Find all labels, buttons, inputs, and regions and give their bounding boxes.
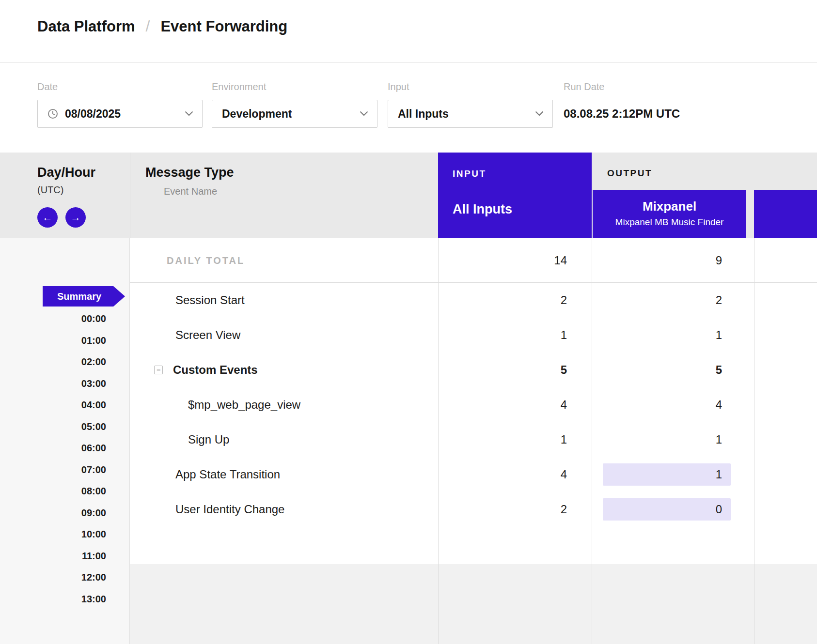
date-dropdown[interactable]: 08/08/2025 (37, 100, 203, 128)
chevron-down-icon (185, 109, 193, 118)
date-filter-label: Date (37, 81, 203, 92)
input-value: 1 (438, 318, 592, 353)
table-row-child: $mp_web_page_view 4 4 (130, 387, 817, 422)
output-value: 4 (592, 387, 747, 422)
chevron-down-icon (535, 109, 544, 118)
output-column-subtitle: Mixpanel MB Music Finder (593, 217, 746, 228)
column-divider (747, 238, 747, 644)
run-date-group: Run Date 08.08.25 2:12PM UTC (564, 81, 680, 121)
input-dropdown-value: All Inputs (398, 107, 535, 121)
hour-item[interactable]: 06:00 (0, 437, 129, 459)
hour-item[interactable]: 08:00 (0, 480, 129, 502)
hour-item[interactable]: 12:00 (0, 567, 129, 588)
hours-list: 00:00 01:00 02:00 03:00 04:00 05:00 06:0… (0, 308, 129, 610)
hour-item[interactable]: 07:00 (0, 459, 129, 481)
row-label-text: Custom Events (173, 353, 258, 387)
collapse-icon[interactable]: − (154, 366, 163, 374)
clock-icon (47, 108, 58, 119)
input-value: 2 (438, 283, 592, 318)
previous-day-button[interactable]: ← (37, 207, 58, 228)
output-value-highlighted[interactable]: 1 (603, 463, 731, 486)
hour-item[interactable]: 02:00 (0, 351, 129, 373)
output-value: 2 (592, 283, 747, 318)
column-divider (130, 153, 130, 238)
top-bar: Data Platform / Event Forwarding (0, 0, 817, 63)
input-column-header: INPUT All Inputs (438, 153, 592, 238)
hour-item[interactable]: 05:00 (0, 416, 129, 438)
day-hour-subtitle: (UTC) (37, 184, 63, 196)
daily-total-row: DAILY TOTAL 14 9 (130, 238, 817, 283)
table-rows-area: DAILY TOTAL 14 9 Session Start 2 2 Scree… (130, 238, 817, 564)
daily-total-label: DAILY TOTAL (167, 238, 245, 283)
breadcrumb-separator: / (146, 17, 150, 35)
filter-bar: Date 08/08/2025 Environment Development (0, 63, 817, 153)
environment-filter-label: Environment (212, 81, 377, 92)
input-filter-label: Input (388, 81, 553, 92)
arrow-right-icon: → (71, 212, 81, 223)
output-column-header-mixpanel[interactable]: Mixpanel Mixpanel MB Music Finder (593, 190, 746, 238)
table-row-child: Sign Up 1 1 (130, 422, 817, 457)
chevron-down-icon (360, 109, 368, 118)
date-dropdown-value: 08/08/2025 (65, 107, 185, 121)
table-row: User Identity Change 2 0 (130, 492, 817, 527)
hour-item[interactable]: 10:00 (0, 523, 129, 545)
hour-item[interactable]: 09:00 (0, 502, 129, 524)
column-divider (754, 238, 754, 644)
message-type-title: Message Type (145, 165, 234, 180)
hour-item[interactable]: 01:00 (0, 330, 129, 352)
day-pager: ← → (37, 207, 86, 228)
grid-header: Day/Hour (UTC) ← → Message Type Event Na… (0, 153, 817, 238)
input-value: 2 (438, 492, 592, 527)
input-header-label: INPUT (453, 169, 487, 179)
output-value-highlighted[interactable]: 0 (603, 498, 731, 521)
environment-filter-group: Environment Development (212, 81, 377, 128)
column-divider (438, 238, 439, 644)
breadcrumb-page: Event Forwarding (160, 18, 287, 35)
table-row-group: − Custom Events 5 5 (130, 353, 817, 387)
hour-item[interactable]: 03:00 (0, 373, 129, 395)
hour-item[interactable]: 11:00 (0, 545, 129, 567)
grid-body: DAILY TOTAL 14 9 Session Start 2 2 Scree… (0, 238, 817, 644)
daily-total-input-value: 14 (438, 238, 592, 283)
breadcrumb: Data Platform / Event Forwarding (37, 17, 287, 35)
table-row: App State Transition 4 1 (130, 457, 817, 492)
output-column-header-next-partial[interactable] (754, 190, 817, 238)
column-divider (592, 238, 592, 644)
run-date-value: 08.08.25 2:12PM UTC (564, 107, 680, 121)
event-forwarding-page: Data Platform / Event Forwarding Date 08… (0, 0, 817, 644)
input-value: 4 (438, 387, 592, 422)
input-dropdown[interactable]: All Inputs (388, 100, 553, 128)
environment-dropdown-value: Development (222, 107, 360, 121)
input-value: 4 (438, 457, 592, 492)
hour-item[interactable]: 00:00 (0, 308, 129, 330)
arrow-left-icon: ← (43, 212, 53, 223)
input-value: 1 (438, 422, 592, 457)
output-value: 1 (592, 422, 747, 457)
daily-total-output-value: 9 (592, 238, 747, 283)
breadcrumb-section[interactable]: Data Platform (37, 18, 135, 35)
input-column-name: All Inputs (453, 202, 512, 217)
output-value: 1 (592, 318, 747, 353)
output-value: 5 (592, 353, 747, 387)
hour-item[interactable]: 13:00 (0, 588, 129, 610)
summary-badge[interactable]: Summary (43, 286, 125, 307)
input-filter-group: Input All Inputs (388, 81, 553, 128)
input-value: 5 (438, 353, 592, 387)
table-row: Screen View 1 1 (130, 318, 817, 353)
date-filter-group: Date 08/08/2025 (37, 81, 203, 128)
table-row: Session Start 2 2 (130, 283, 817, 318)
output-column-name: Mixpanel (593, 199, 746, 214)
event-name-subtitle: Event Name (164, 186, 217, 197)
hours-column: Summary 00:00 01:00 02:00 03:00 04:00 05… (0, 238, 130, 644)
output-header-label: OUTPUT (607, 168, 652, 179)
hour-item[interactable]: 04:00 (0, 394, 129, 416)
environment-dropdown[interactable]: Development (212, 100, 377, 128)
day-hour-title: Day/Hour (37, 165, 95, 180)
run-date-label: Run Date (564, 81, 680, 92)
next-day-button[interactable]: → (65, 207, 86, 228)
